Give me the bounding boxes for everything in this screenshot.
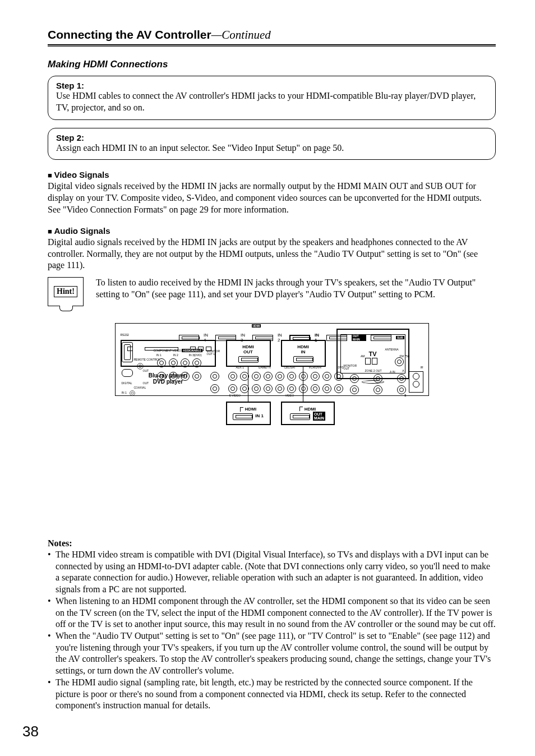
page-number: 38 bbox=[22, 723, 39, 740]
header-title: Connecting the AV Controller bbox=[48, 28, 211, 41]
step-2-label: Step 2: bbox=[56, 133, 487, 142]
notes-heading: Notes: bbox=[48, 538, 496, 548]
step-2-box: Step 2: Assign each HDMI IN to an input … bbox=[48, 128, 496, 160]
header-continued: —Continued bbox=[211, 28, 271, 42]
hint-icon: Hint! bbox=[48, 277, 87, 306]
hint-label: Hint! bbox=[54, 286, 77, 297]
step-1-label: Step 1: bbox=[56, 81, 487, 90]
step-1-box: Step 1: Use HDMI cables to connect the A… bbox=[48, 76, 496, 120]
video-signals-heading: Video Signals bbox=[48, 170, 496, 179]
page-header: Connecting the AV Controller—Continued bbox=[48, 28, 496, 45]
note-item: When listening to an HDMI component thro… bbox=[48, 596, 496, 630]
hint-text: To listen to audio received by the HDMI … bbox=[96, 277, 496, 301]
header-rule bbox=[48, 46, 496, 47]
notes-list: The HDMI video stream is compatible with… bbox=[48, 549, 496, 712]
note-item: When the "Audio TV Output" setting is se… bbox=[48, 630, 496, 676]
connection-diagram: Blu-ray player/ DVD player HDMI OUT HDMI… bbox=[115, 323, 429, 531]
step-2-text: Assign each HDMI IN to an input selector… bbox=[56, 142, 487, 154]
hint-row: Hint! To listen to audio received by the… bbox=[48, 277, 496, 306]
step-1-text: Use HDMI cables to connect the AV contro… bbox=[56, 90, 487, 114]
diagram-rear-panel: HDMI IN 4 IN 3 IN 2 IN 1 OUT MAIN SUB RS… bbox=[115, 323, 429, 396]
section-heading: Making HDMI Connections bbox=[48, 59, 496, 70]
video-signals-text: Digital video signals received by the HD… bbox=[48, 181, 496, 215]
note-item: The HDMI audio signal (sampling rate, bi… bbox=[48, 677, 496, 711]
audio-signals-text: Digital audio signals received by the HD… bbox=[48, 237, 496, 271]
audio-signals-heading: Audio Signals bbox=[48, 226, 496, 236]
note-item: The HDMI video stream is compatible with… bbox=[48, 549, 496, 595]
